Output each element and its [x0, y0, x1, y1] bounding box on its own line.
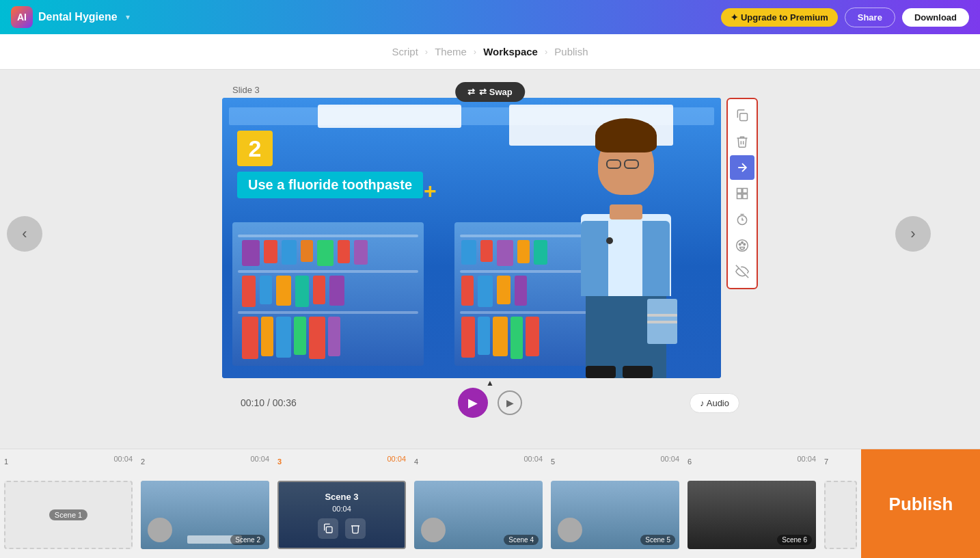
breadcrumb-publish[interactable]: Publish	[554, 46, 588, 57]
scene-3-active-label: Scene 3	[325, 492, 358, 502]
next-slide-button[interactable]: ›	[895, 216, 931, 252]
share-button[interactable]: Share	[845, 8, 895, 27]
scene-5-thumb[interactable]: Scene 5	[551, 481, 679, 549]
scene-2: 2 00:04 Scene 2	[137, 449, 273, 558]
svg-rect-12	[326, 527, 332, 533]
playback-controls: ▲ 00:10 / 00:36 ▶ ▶ ♪ Audio	[241, 388, 739, 418]
scene-2-thumb[interactable]: Scene 2	[141, 481, 269, 549]
scene-4-num: 4	[414, 457, 418, 466]
scene-6-time: 00:04	[797, 455, 816, 463]
slide-text: Use a fluoride toothpaste	[237, 172, 423, 198]
scene-6-thumb[interactable]: Scene 6	[688, 481, 816, 549]
scene-4-time: 00:04	[523, 455, 543, 463]
publish-panel[interactable]: Publish	[861, 449, 980, 558]
scene-3-active-time: 00:04	[332, 505, 351, 513]
scene-6-badge: Scene 6	[777, 535, 812, 545]
scene-1-badge: Scene 1	[49, 509, 87, 520]
header-right: ✦ Upgrade to Premium Share Download	[721, 8, 969, 27]
scene-2-time: 00:04	[250, 455, 269, 463]
svg-rect-0	[740, 114, 748, 121]
upgrade-premium-button[interactable]: ✦ Upgrade to Premium	[721, 8, 837, 27]
timer-button[interactable]	[730, 207, 754, 232]
hide-button[interactable]	[730, 259, 754, 284]
scene-5-badge: Scene 5	[640, 535, 675, 545]
layout-button[interactable]	[730, 181, 754, 206]
scene-4-badge: Scene 4	[504, 535, 539, 545]
breadcrumb-sep-3: ›	[545, 46, 547, 57]
swap-label: ⇄ Swap	[479, 87, 513, 97]
svg-rect-3	[743, 189, 748, 194]
scene-1-time: 00:04	[113, 455, 133, 463]
breadcrumb-script[interactable]: Script	[392, 46, 418, 57]
prev-slide-button[interactable]: ‹	[7, 216, 42, 252]
scene-7-num: 7	[824, 457, 828, 466]
play-main-icon: ▶	[468, 395, 478, 410]
scene-3-num: 3	[277, 457, 282, 466]
breadcrumb-nav: Script › Theme › Workspace › Publish	[0, 34, 980, 70]
slide-canvas: 2 Use a fluoride toothpaste +	[222, 98, 721, 378]
title-chevron: ▾	[126, 12, 130, 22]
plus-icon: +	[424, 178, 437, 204]
copy-button[interactable]	[730, 103, 754, 128]
move-right-button[interactable]	[730, 155, 754, 180]
timeline-indicator: ▲	[486, 378, 494, 388]
svg-point-10	[744, 243, 746, 245]
swap-icon: ⇄	[467, 87, 475, 97]
scene-6: 6 00:04 Scene 6	[683, 449, 820, 558]
audio-button[interactable]: ♪ Audio	[690, 393, 739, 413]
app-logo: AI	[11, 6, 33, 28]
scene-7-thumb[interactable]	[824, 481, 857, 549]
svg-rect-5	[743, 194, 748, 199]
character	[571, 132, 680, 378]
scene-1: 1 00:04 Scene 1	[0, 449, 137, 558]
palette-button[interactable]	[730, 233, 754, 258]
scene-2-badge: Scene 2	[230, 535, 265, 545]
slide-label: Slide 3	[232, 85, 260, 95]
left-shelf	[232, 222, 424, 366]
play-small-icon: ▶	[506, 397, 514, 408]
breadcrumb-sep-2: ›	[474, 46, 476, 57]
project-title: Dental Hygiene	[38, 11, 118, 23]
scene-3-copy-button[interactable]	[318, 518, 338, 539]
scene-3: 3 00:04 Scene 3 00:04	[273, 449, 410, 558]
svg-point-9	[741, 242, 744, 244]
scene-3-delete-button[interactable]	[345, 518, 366, 539]
scene-1-thumb[interactable]: Scene 1	[4, 481, 133, 549]
slide-number-badge: 2	[237, 131, 273, 166]
side-toolbar	[726, 98, 758, 289]
scene-6-num: 6	[688, 457, 692, 466]
scene-3-thumb[interactable]: Scene 3 00:04	[277, 481, 406, 549]
time-display: 00:10 / 00:36	[241, 397, 297, 408]
scene-5-num: 5	[551, 457, 555, 466]
svg-point-8	[739, 243, 741, 245]
breadcrumb-workspace[interactable]: Workspace	[483, 46, 538, 57]
breadcrumb-theme[interactable]: Theme	[435, 46, 467, 57]
svg-rect-4	[737, 194, 742, 199]
play-main-button[interactable]: ▶	[458, 388, 488, 418]
scene-3-time: 00:04	[387, 455, 406, 463]
delete-button[interactable]	[730, 129, 754, 154]
scene-7: 7	[820, 449, 861, 558]
svg-rect-2	[737, 189, 742, 194]
scene-5-time: 00:04	[660, 455, 679, 463]
header-left: AI Dental Hygiene ▾	[11, 6, 130, 28]
play-small-button[interactable]: ▶	[498, 390, 522, 415]
publish-label: Publish	[889, 494, 953, 515]
download-button[interactable]: Download	[902, 8, 969, 27]
header: AI Dental Hygiene ▾ ✦ Upgrade to Premium…	[0, 0, 980, 34]
scene-1-num: 1	[4, 457, 8, 466]
scene-4-thumb[interactable]: Scene 4	[414, 481, 543, 549]
scene-2-num: 2	[141, 457, 145, 466]
timeline: 1 00:04 Scene 1 2 00:04 Scene 2 3 00:04 …	[0, 449, 980, 558]
swap-button[interactable]: ⇄ ⇄ Swap	[455, 82, 525, 102]
scene-4: 4 00:04 Scene 4	[410, 449, 547, 558]
scene-5: 5 00:04 Scene 5	[547, 449, 683, 558]
breadcrumb-sep-1: ›	[425, 46, 428, 57]
